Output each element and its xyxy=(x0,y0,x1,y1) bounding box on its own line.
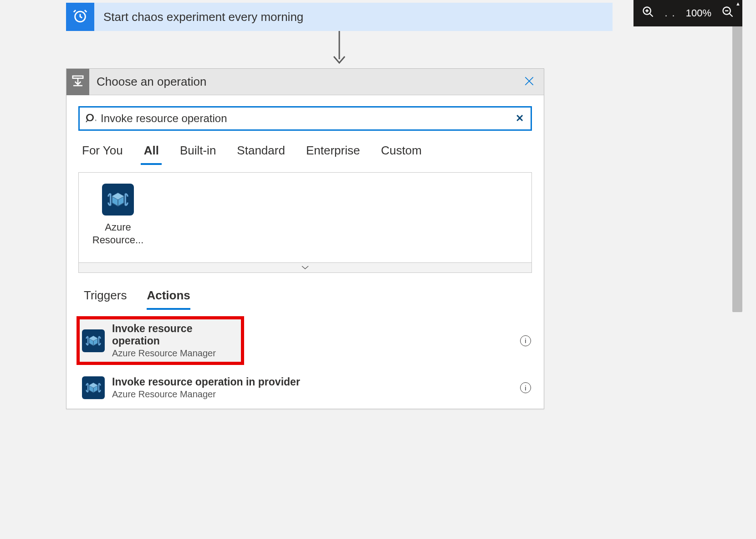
clock-recurrence-icon xyxy=(72,8,88,26)
choose-operation-panel: Choose an operation xyxy=(66,68,544,409)
action-results-list: Invoke resource operation Azure Resource… xyxy=(78,318,532,409)
action-invoke-resource-operation-in-provider[interactable]: Invoke resource operation in provider Az… xyxy=(78,371,531,404)
close-panel-button[interactable] xyxy=(520,69,538,95)
vertical-scrollbar[interactable] xyxy=(732,0,742,312)
action-title: Invoke resource operation in provider xyxy=(112,376,300,388)
info-icon: i xyxy=(525,337,526,344)
operation-picker-icon xyxy=(71,74,85,90)
zoom-toolbar: . . 100% ▲ xyxy=(633,0,742,26)
connector-category-tabs: For You All Built-in Standard Enterprise… xyxy=(78,144,532,162)
operation-type-tabs: Triggers Actions xyxy=(78,288,532,307)
tab-for-you[interactable]: For You xyxy=(82,144,123,162)
trigger-step-card[interactable]: Start chaos experiment every morning xyxy=(66,3,613,31)
tab-triggers[interactable]: Triggers xyxy=(84,288,127,307)
operation-search: ✕ xyxy=(78,106,532,131)
svg-line-18 xyxy=(86,120,88,122)
action-subtitle: Azure Resource Manager xyxy=(112,348,239,359)
search-input[interactable] xyxy=(97,112,513,125)
clear-icon: ✕ xyxy=(516,113,524,124)
arm-action-icon xyxy=(82,329,105,352)
tab-built-in[interactable]: Built-in xyxy=(180,144,216,162)
action-info-button[interactable]: i xyxy=(520,335,531,346)
arm-connector-icon xyxy=(102,184,134,216)
zoom-out-icon[interactable] xyxy=(721,5,734,21)
search-icon xyxy=(84,113,97,124)
chevron-down-icon xyxy=(301,264,309,272)
close-icon xyxy=(523,75,535,89)
trigger-title: Start chaos experiment every morning xyxy=(94,10,303,24)
tab-enterprise[interactable]: Enterprise xyxy=(306,144,360,162)
collapse-connectors-toggle[interactable] xyxy=(78,263,532,273)
action-info-button[interactable]: i xyxy=(520,382,531,393)
svg-rect-9 xyxy=(73,76,83,78)
tab-custom[interactable]: Custom xyxy=(381,144,422,162)
clear-search-button[interactable]: ✕ xyxy=(513,112,526,125)
panel-header: Choose an operation xyxy=(66,69,544,95)
tab-actions[interactable]: Actions xyxy=(147,288,190,307)
svg-line-1 xyxy=(650,14,653,17)
svg-point-17 xyxy=(87,114,93,121)
trigger-tile xyxy=(66,3,94,31)
flow-connector xyxy=(66,31,613,68)
panel-header-tile xyxy=(66,69,89,95)
connector-results-box: Azure Resource... xyxy=(78,172,532,263)
tab-standard[interactable]: Standard xyxy=(237,144,285,162)
action-title: Invoke resource operation xyxy=(112,323,239,347)
info-icon: i xyxy=(525,384,526,392)
zoom-separator: . . xyxy=(664,7,675,19)
panel-title: Choose an operation xyxy=(89,75,206,89)
zoom-in-icon[interactable] xyxy=(642,5,654,21)
svg-line-5 xyxy=(730,14,733,17)
zoom-level-label: 100% xyxy=(686,7,711,19)
connector-azure-resource-manager[interactable]: Azure Resource... xyxy=(91,184,145,246)
tab-all[interactable]: All xyxy=(144,144,159,162)
panel-body: ✕ For You All Built-in Standard Enterpri… xyxy=(66,95,544,409)
zoom-caret-icon: ▲ xyxy=(736,1,741,6)
action-invoke-resource-operation[interactable]: Invoke resource operation Azure Resource… xyxy=(78,318,242,363)
action-subtitle: Azure Resource Manager xyxy=(112,389,300,400)
arm-action-icon xyxy=(82,376,105,399)
designer-canvas: . . 100% ▲ Start chaos experiment every … xyxy=(14,0,742,539)
connector-label: Azure Resource... xyxy=(92,221,144,246)
